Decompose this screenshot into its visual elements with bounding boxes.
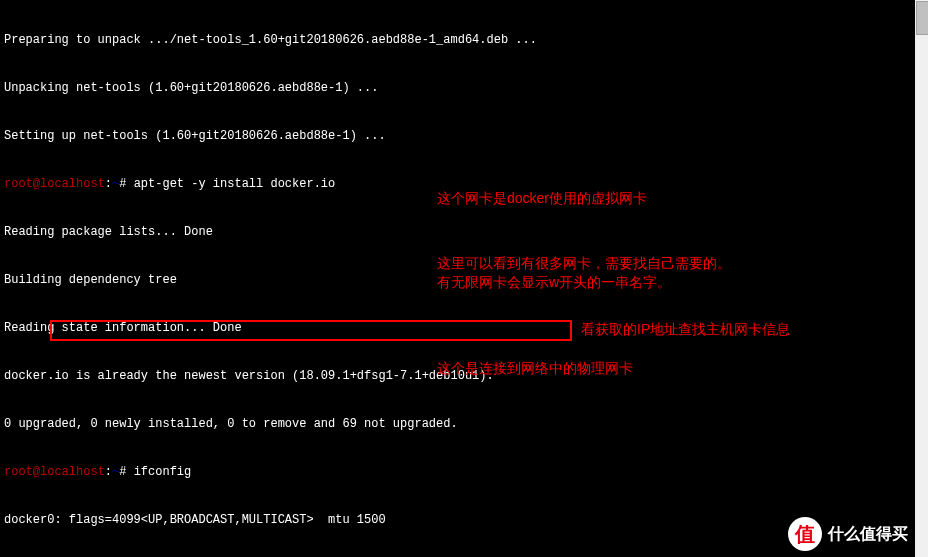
scrollbar-thumb[interactable] [916, 1, 928, 35]
prompt-end: # [119, 177, 126, 191]
prompt-line[interactable]: root@localhost:~# ifconfig [4, 464, 919, 480]
annotation-docker-nic: 这个网卡是docker使用的虚拟网卡 [437, 190, 647, 206]
prompt-user: root [4, 465, 33, 479]
prompt-host: localhost [40, 177, 105, 191]
output-line: Setting up net-tools (1.60+git20180626.a… [4, 128, 919, 144]
prompt-end: # [119, 465, 126, 479]
watermark-icon: 值 [788, 517, 822, 551]
command-text: ifconfig [134, 465, 192, 479]
output-line: Preparing to unpack .../net-tools_1.60+g… [4, 32, 919, 48]
output-line: 0 upgraded, 0 newly installed, 0 to remo… [4, 416, 919, 432]
annotation-wireless: 有无限网卡会显示w开头的一串名字。 [437, 274, 671, 290]
watermark-icon-char: 值 [795, 526, 815, 542]
prompt-colon: : [105, 177, 112, 191]
watermark: 值 什么值得买 [788, 517, 908, 551]
prompt-colon: : [105, 465, 112, 479]
terminal-viewport[interactable]: Preparing to unpack .../net-tools_1.60+g… [0, 0, 923, 557]
annotation-ip-lookup: 看获取的IP地址查找主机网卡信息 [581, 321, 790, 337]
annotation-physical-nic: 这个是连接到网络中的物理网卡 [437, 360, 633, 376]
annotation-many-nics: 这里可以看到有很多网卡，需要找自己需要的。 [437, 255, 731, 271]
watermark-text: 什么值得买 [828, 526, 908, 542]
prompt-at: @ [33, 177, 40, 191]
scrollbar-vertical[interactable] [915, 0, 928, 557]
prompt-host: localhost [40, 465, 105, 479]
output-line: Unpacking net-tools (1.60+git20180626.ae… [4, 80, 919, 96]
command-text: apt-get -y install docker.io [134, 177, 336, 191]
prompt-user: root [4, 177, 33, 191]
iface-header: docker0: flags=4099<UP,BROADCAST,MULTICA… [4, 512, 919, 528]
output-line: Reading package lists... Done [4, 224, 919, 240]
prompt-at: @ [33, 465, 40, 479]
